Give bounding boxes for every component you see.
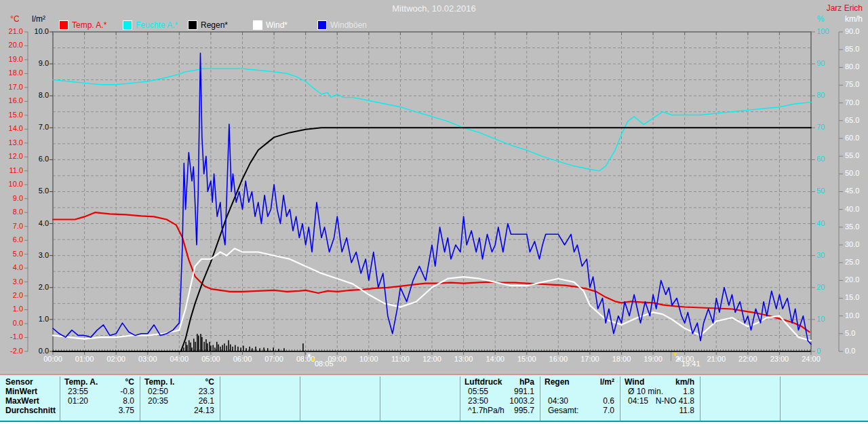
temp-axis-label: 11.0 bbox=[9, 166, 23, 174]
table-cell-value: N-NO 41.8 bbox=[620, 397, 694, 406]
temp-axis-label: 4.0 bbox=[13, 263, 23, 271]
table-cell-value: 26.1 bbox=[140, 397, 214, 406]
rain-bar bbox=[183, 347, 184, 351]
rain-bar bbox=[278, 349, 279, 351]
rain-bar bbox=[214, 347, 216, 351]
wind-axis-label: 25.0 bbox=[845, 258, 859, 266]
temp-axis-label: 20.0 bbox=[9, 41, 23, 49]
table-row-label: Sensor bbox=[5, 378, 33, 387]
temp-axis-label: 6.0 bbox=[13, 235, 23, 244]
rain-bar bbox=[240, 347, 241, 351]
table-row-label: MinWert bbox=[5, 387, 37, 396]
rain-bar bbox=[232, 347, 233, 351]
x-axis-label: 15:00 bbox=[517, 355, 536, 363]
table-cell-value: 24.13 bbox=[140, 406, 214, 415]
rain-axis-label: 5.0 bbox=[39, 187, 49, 195]
humidity-axis-label: 70 bbox=[816, 123, 825, 131]
rain-bar bbox=[203, 342, 205, 351]
x-axis-label: 05:00 bbox=[201, 355, 220, 363]
x-axis-label: 07:00 bbox=[264, 355, 283, 363]
temp-axis-label: 12.0 bbox=[9, 152, 23, 160]
table-cell-value: 991.1 bbox=[460, 387, 534, 396]
humidity-axis-label: 90 bbox=[816, 59, 825, 67]
wind-axis-label: 15.0 bbox=[845, 293, 859, 301]
rain-bar bbox=[273, 347, 274, 351]
temp-axis-label: 21.0 bbox=[9, 27, 23, 35]
table-row-label: Durchschnitt bbox=[5, 406, 56, 415]
wind-axis-label: 90.0 bbox=[845, 27, 859, 35]
table-cell-value: 995.7 bbox=[460, 406, 534, 415]
table-divider bbox=[60, 377, 60, 421]
table-divider bbox=[140, 377, 140, 421]
temp-axis-label: 7.0 bbox=[13, 222, 23, 230]
humidity-axis-label: 40 bbox=[816, 219, 825, 227]
table-divider bbox=[460, 377, 460, 421]
rain-bar bbox=[230, 345, 231, 351]
temp-axis-label: -2.0 bbox=[10, 347, 23, 355]
wind-axis-label: 50.0 bbox=[845, 169, 859, 177]
x-axis-label: 23:00 bbox=[770, 355, 789, 363]
rain-bar bbox=[302, 343, 304, 351]
x-axis-label: 11:00 bbox=[391, 355, 410, 363]
humidity-axis-label: 30 bbox=[816, 251, 825, 259]
wind-axis-label: 35.0 bbox=[845, 223, 859, 231]
temp-axis-label: 10.0 bbox=[9, 180, 23, 188]
temp-axis-label: 9.0 bbox=[13, 194, 23, 202]
humidity-axis-label: 100 bbox=[816, 27, 829, 35]
humidity-axis-label: 0 bbox=[816, 347, 821, 355]
wind-axis-label: 0.0 bbox=[845, 347, 855, 355]
humidity-axis-label: 80 bbox=[816, 91, 825, 99]
rain-bar bbox=[201, 337, 203, 351]
temp-axis-label: 3.0 bbox=[13, 277, 23, 286]
wind-axis-label: 10.0 bbox=[845, 311, 859, 320]
x-axis-label: 06:00 bbox=[233, 355, 252, 363]
temp-axis-label: 17.0 bbox=[9, 83, 23, 91]
wind-axis-label: 65.0 bbox=[845, 116, 859, 124]
rain-bar bbox=[222, 345, 223, 351]
temp-axis-label: 15.0 bbox=[9, 111, 23, 119]
table-divider bbox=[300, 377, 300, 421]
table-divider bbox=[540, 377, 540, 421]
wind-axis-label: 75.0 bbox=[845, 80, 859, 88]
x-axis-label: 17:00 bbox=[580, 355, 599, 363]
wind-axis-label: 70.0 bbox=[845, 98, 859, 107]
rain-bar bbox=[243, 346, 244, 351]
table-divider bbox=[780, 377, 781, 421]
table-divider bbox=[380, 377, 380, 421]
table-cell-value: 0.6 bbox=[540, 397, 614, 406]
x-axis-label: 19:00 bbox=[644, 355, 663, 363]
rain-bar bbox=[198, 335, 199, 351]
rain-bar bbox=[216, 342, 218, 351]
table-divider bbox=[620, 377, 620, 421]
series-temp bbox=[53, 212, 810, 332]
sunset-time: 19:41 bbox=[682, 360, 701, 368]
rain-bar bbox=[252, 348, 253, 351]
table-divider bbox=[700, 377, 701, 421]
wind-axis-label: 45.0 bbox=[845, 187, 859, 195]
rain-bar bbox=[205, 339, 207, 351]
rain-bar bbox=[197, 334, 198, 351]
x-axis-label: 24:00 bbox=[802, 355, 821, 363]
temp-axis-label: -1.0 bbox=[10, 332, 23, 341]
temp-axis-label: 8.0 bbox=[13, 208, 23, 216]
table-column-unit: °C bbox=[140, 378, 214, 387]
rain-axis-label: 7.0 bbox=[39, 123, 49, 131]
humidity-axis-label: 20 bbox=[816, 283, 825, 291]
temp-axis-label: 14.0 bbox=[9, 124, 23, 132]
rain-bar bbox=[185, 342, 186, 351]
x-axis-label: 16:00 bbox=[549, 355, 568, 363]
table-cell-value: 7.0 bbox=[540, 406, 614, 415]
table-column-unit: °C bbox=[60, 378, 134, 387]
temp-axis-label: 1.0 bbox=[13, 305, 23, 313]
table-cell-value: 11.8 bbox=[620, 406, 694, 415]
rain-bar bbox=[263, 347, 264, 351]
table-cell-value: 1.8 bbox=[620, 387, 694, 396]
sunrise-time: 08:05 bbox=[315, 360, 334, 368]
rain-bar bbox=[226, 346, 227, 351]
x-axis-label: 21:00 bbox=[707, 355, 726, 363]
table-divider bbox=[220, 377, 220, 421]
table-column-unit: hPa bbox=[460, 378, 534, 387]
rain-bar bbox=[209, 342, 210, 351]
x-axis-label: 18:00 bbox=[612, 355, 631, 363]
x-axis-label: 10:00 bbox=[359, 355, 378, 363]
